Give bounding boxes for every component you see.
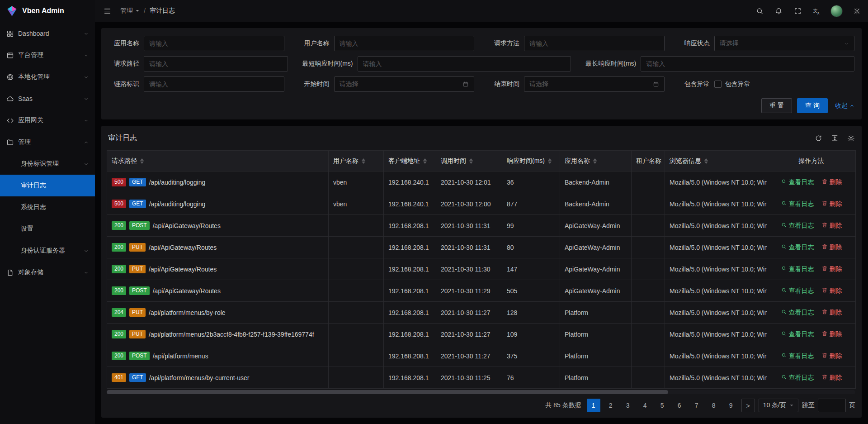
table-horizontal-scrollbar[interactable] (107, 390, 855, 394)
collapse-link[interactable]: 收起 (835, 102, 854, 110)
column-header-elapsed[interactable]: 响应时间(ms) (502, 151, 560, 172)
chevron-down-icon (84, 248, 89, 253)
sidebar-item-system-log[interactable]: 系统日志 (0, 196, 95, 218)
app-title: Vben Admin (22, 7, 64, 15)
app-logo[interactable]: Vben Admin (0, 0, 95, 22)
max-response-time-input[interactable] (641, 56, 854, 71)
refresh-icon[interactable] (815, 134, 822, 142)
column-header-browser[interactable]: 浏览器信息 (665, 151, 767, 172)
sort-icon[interactable] (423, 158, 427, 164)
sidebar-item-manage[interactable]: 管理 (0, 131, 95, 153)
sidebar-item-localization[interactable]: 本地化管理 (0, 66, 95, 88)
sidebar-item-dashboard[interactable]: Dashboard (0, 23, 95, 44)
view-log-button[interactable]: 查看日志 (781, 330, 814, 338)
request-path-input[interactable] (144, 56, 288, 71)
sidebar-fold-button[interactable] (98, 0, 117, 22)
page-button-5[interactable]: 5 (656, 399, 669, 412)
sidebar-item-saas[interactable]: Saas (0, 88, 95, 110)
user-name-input[interactable] (334, 36, 475, 51)
delete-button[interactable]: 删除 (821, 200, 842, 208)
view-log-button[interactable]: 查看日志 (781, 265, 814, 273)
request-method-input[interactable] (524, 36, 665, 51)
breadcrumb-item-parent[interactable]: 管理 (120, 7, 140, 15)
column-header-user[interactable]: 用户名称 (329, 151, 384, 172)
delete-button[interactable]: 删除 (821, 287, 842, 295)
sort-icon[interactable] (704, 158, 708, 164)
view-log-button[interactable]: 查看日志 (781, 374, 814, 382)
page-button-3[interactable]: 3 (621, 399, 635, 412)
view-log-button[interactable]: 查看日志 (781, 222, 814, 230)
cell-client-address: 192.168.208.1 (384, 367, 436, 389)
sidebar-item-label: 设置 (21, 225, 89, 233)
delete-button[interactable]: 删除 (821, 178, 842, 186)
jump-page-input[interactable] (818, 399, 846, 412)
page-button-9[interactable]: 9 (724, 399, 738, 412)
page-button-1[interactable]: 1 (587, 399, 600, 412)
delete-button[interactable]: 删除 (821, 265, 842, 273)
main-area: 管理 / 审计日志 文A 应用名称用户名称请求方法响应状态请选择请求路径最短响应… (95, 0, 868, 424)
view-log-button[interactable]: 查看日志 (781, 287, 814, 295)
sidebar-item-auth-server[interactable]: 身份认证服务器 (0, 240, 95, 262)
delete-button[interactable]: 删除 (821, 330, 842, 338)
filter-field-min-response-time: 最短响应时间(ms) (302, 56, 571, 71)
view-log-button[interactable]: 查看日志 (781, 352, 814, 360)
delete-button[interactable]: 删除 (821, 309, 842, 317)
page-button-8[interactable]: 8 (707, 399, 721, 412)
delete-button[interactable]: 删除 (821, 352, 842, 360)
cell-app-name: ApiGateWay-Admin (560, 237, 632, 258)
breadcrumb-separator: / (144, 7, 146, 14)
view-log-button[interactable]: 查看日志 (781, 178, 814, 186)
sort-icon[interactable] (140, 158, 144, 164)
page-button-2[interactable]: 2 (604, 399, 618, 412)
page-button-4[interactable]: 4 (638, 399, 652, 412)
sidebar-item-audit-log[interactable]: 审计日志 (0, 175, 95, 196)
delete-button[interactable]: 删除 (821, 374, 842, 382)
locale-icon[interactable]: 文A (807, 0, 826, 22)
delete-button[interactable]: 删除 (821, 222, 842, 230)
response-status-select[interactable]: 请选择 (714, 36, 855, 51)
search-icon[interactable] (750, 0, 769, 22)
view-log-button[interactable]: 查看日志 (781, 309, 814, 317)
column-header-path[interactable]: 请求路径 (107, 151, 329, 172)
next-page-button[interactable]: > (741, 399, 755, 412)
notification-icon[interactable] (769, 0, 788, 22)
sidebar-item-platform[interactable]: 平台管理 (0, 44, 95, 66)
delete-button[interactable]: 删除 (821, 243, 842, 252)
sidebar-item-object-storage[interactable]: 对象存储 (0, 262, 95, 283)
cell-tenant-name (632, 258, 665, 280)
sort-icon[interactable] (593, 158, 597, 164)
view-log-button[interactable]: 查看日志 (781, 200, 814, 208)
sidebar-item-setting[interactable]: 设置 (0, 218, 95, 240)
sort-icon[interactable] (469, 158, 473, 164)
fullscreen-icon[interactable] (788, 0, 807, 22)
sidebar-item-app-gateway[interactable]: 应用网关 (0, 110, 95, 131)
settings-icon[interactable] (847, 0, 866, 22)
column-header-client[interactable]: 客户端地址 (384, 151, 436, 172)
reset-button[interactable]: 重 置 (761, 98, 792, 113)
start-time-picker[interactable]: 请选择 (334, 76, 475, 92)
cell-response-time: 147 (502, 258, 560, 280)
page-button-6[interactable]: 6 (673, 399, 686, 412)
delete-label: 删除 (830, 200, 842, 208)
min-response-time-input[interactable] (358, 56, 571, 71)
view-log-icon (781, 352, 787, 360)
sidebar-item-identity[interactable]: 身份标识管理 (0, 153, 95, 175)
has-exception-wrap: 包含异常 (714, 80, 750, 88)
user-avatar[interactable] (830, 5, 843, 17)
has-exception-checkbox[interactable] (714, 81, 722, 88)
page-button-7[interactable]: 7 (690, 399, 703, 412)
column-header-app[interactable]: 应用名称 (560, 151, 632, 172)
sort-icon[interactable] (548, 158, 552, 164)
sort-icon[interactable] (362, 158, 365, 164)
end-time-picker[interactable]: 请选择 (524, 76, 665, 92)
scrollbar-thumb[interactable] (107, 390, 668, 394)
page-size-select[interactable]: 10 条/页 (759, 399, 798, 412)
table-settings-icon[interactable] (847, 134, 855, 142)
search-button[interactable]: 查 询 (797, 98, 828, 113)
column-header-tenant[interactable]: 租户名称 (632, 151, 665, 172)
view-log-button[interactable]: 查看日志 (781, 243, 814, 252)
column-height-icon[interactable] (831, 134, 839, 142)
column-header-time[interactable]: 调用时间 (436, 151, 502, 172)
app-name-input[interactable] (144, 36, 284, 51)
trace-id-input[interactable] (144, 76, 284, 92)
